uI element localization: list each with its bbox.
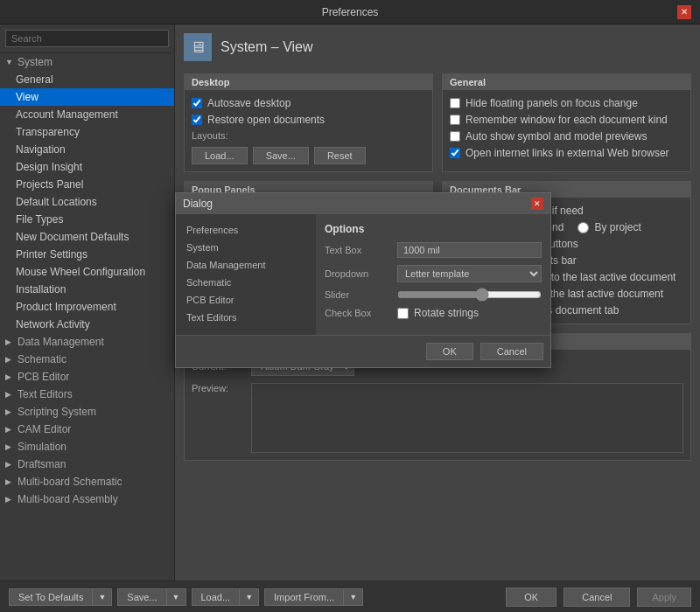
search-box	[0, 24, 174, 53]
sidebar-item-navigation[interactable]: Navigation	[0, 141, 174, 158]
dialog-item-pcb-editor[interactable]: PCB Editor	[176, 291, 316, 309]
dialog-cancel-button[interactable]: Cancel	[480, 343, 543, 360]
dialog-dropdown-select[interactable]: Letter template A4 A3	[397, 265, 542, 282]
sidebar-item-new-doc-defaults[interactable]: New Document Defaults	[0, 228, 174, 246]
restore-checkbox[interactable]	[192, 115, 202, 125]
sidebar-item-schematic[interactable]: ▶ Schematic	[0, 351, 174, 368]
bottom-cancel-button[interactable]: Cancel	[564, 588, 630, 607]
bottom-save-button[interactable]: Save...	[117, 588, 165, 606]
sidebar-item-multi-board-schematic[interactable]: ▶ Multi-board Schematic	[0, 473, 174, 490]
dialog-item-text-editors[interactable]: Text Editors	[176, 309, 316, 326]
sidebar-item-general[interactable]: General	[0, 71, 174, 88]
sidebar-item-scripting-system[interactable]: ▶ Scripting System	[0, 403, 174, 421]
layouts-label: Layouts:	[192, 130, 228, 141]
dialog-item-system[interactable]: System	[176, 239, 316, 256]
dialog-checkbox-row: Check Box Rotate strings	[325, 307, 542, 319]
bottom-save-arrow[interactable]: ▼	[166, 588, 186, 606]
sidebar-item-pcb-editor[interactable]: ▶ PCB Editor	[0, 368, 174, 386]
sidebar-item-view[interactable]: View	[0, 88, 174, 106]
dialog-slider-label: Slider	[325, 289, 390, 300]
load-dropdown: Load... ▼	[192, 588, 260, 606]
autosave-checkbox[interactable]	[192, 98, 202, 108]
import-from-arrow[interactable]: ▼	[343, 588, 363, 606]
import-from-button[interactable]: Import From...	[264, 588, 343, 606]
hide-floating-checkbox[interactable]	[450, 98, 460, 108]
expand-icon4: ▶	[5, 372, 14, 381]
expand-icon11: ▶	[5, 495, 14, 504]
dialog-textbox-row: Text Box	[325, 242, 542, 258]
remember-window-checkbox[interactable]	[450, 115, 460, 125]
dialog-textbox-label: Text Box	[325, 245, 390, 255]
by-project-radio[interactable]	[578, 222, 589, 233]
search-input[interactable]	[5, 30, 169, 47]
desktop-title: Desktop	[185, 74, 432, 90]
dialog-body: Preferences System Data Management Schem…	[176, 214, 550, 335]
bottom-load-arrow[interactable]: ▼	[239, 588, 259, 606]
save-dropdown: Save... ▼	[117, 588, 186, 606]
sidebar-item-file-types[interactable]: File Types	[0, 211, 174, 228]
close-button[interactable]: ✕	[677, 5, 691, 19]
sidebar-item-data-management[interactable]: ▶ Data Management	[0, 333, 174, 351]
sidebar-item-printer-settings[interactable]: Printer Settings	[0, 246, 174, 263]
expand-icon8: ▶	[5, 442, 14, 451]
sidebar-item-network-activity[interactable]: Network Activity	[0, 316, 174, 333]
dialog-item-data-management[interactable]: Data Management	[176, 256, 316, 274]
sidebar-item-mouse-wheel[interactable]: Mouse Wheel Configuration	[0, 263, 174, 281]
set-defaults-button[interactable]: Set To Defaults	[9, 588, 92, 606]
expand-icon6: ▶	[5, 407, 14, 416]
autosave-label: Autosave desktop	[207, 97, 290, 109]
sidebar-item-simulation[interactable]: ▶ Simulation	[0, 438, 174, 456]
hide-floating-label: Hide floating panels on focus change	[466, 97, 638, 109]
save-button[interactable]: Save...	[253, 147, 309, 164]
sidebar-item-text-editors[interactable]: ▶ Text Editors	[0, 386, 174, 403]
panel-title: System – View	[220, 39, 313, 55]
bottom-left: Set To Defaults ▼ Save... ▼ Load... ▼ Im…	[9, 588, 363, 606]
bottom-right: OK Cancel Apply	[506, 588, 691, 607]
top-sections: Desktop Autosave desktop Restore open do…	[184, 73, 691, 172]
dialog-title: Dialog	[183, 198, 213, 210]
expand-icon2: ▶	[5, 337, 14, 346]
dialog-ok-button[interactable]: OK	[426, 343, 473, 360]
sidebar-item-multi-board-assembly[interactable]: ▶ Multi-board Assembly	[0, 490, 174, 508]
dialog-slider[interactable]	[397, 289, 542, 300]
remember-window-row: Remember window for each document kind	[450, 114, 683, 126]
auto-show-checkbox[interactable]	[450, 131, 460, 142]
dialog-title-bar: Dialog ✕	[176, 193, 550, 214]
sidebar-item-projects-panel[interactable]: Projects Panel	[0, 176, 174, 193]
sidebar-item-installation[interactable]: Installation	[0, 281, 174, 298]
hide-floating-row: Hide floating panels on focus change	[450, 97, 683, 109]
layouts-btn-row: Load... Save... Reset	[192, 147, 425, 164]
open-internet-row: Open internet links in external Web brow…	[450, 147, 683, 159]
sidebar-item-design-insight[interactable]: Design Insight	[0, 158, 174, 176]
sidebar-item-cam-editor[interactable]: ▶ CAM Editor	[0, 421, 174, 438]
sidebar-item-account[interactable]: Account Management	[0, 106, 174, 123]
sidebar: ▼ System General View Account Management…	[0, 24, 175, 581]
reset-button[interactable]: Reset	[314, 147, 366, 164]
expand-icon: ▼	[5, 58, 14, 66]
expand-icon5: ▶	[5, 390, 14, 399]
dialog-slider-row: Slider	[325, 289, 542, 300]
bottom-apply-button[interactable]: Apply	[637, 588, 691, 607]
expand-icon3: ▶	[5, 355, 14, 364]
panel-header: 🖥 System – View	[184, 33, 691, 61]
dialog-textbox-input[interactable]	[397, 242, 542, 258]
dialog-rotate-checkbox[interactable]	[397, 308, 409, 319]
bottom-ok-button[interactable]: OK	[506, 588, 556, 607]
open-internet-checkbox[interactable]	[450, 148, 460, 158]
dialog-item-preferences[interactable]: Preferences	[176, 221, 316, 239]
general-section: General Hide floating panels on focus ch…	[442, 73, 691, 172]
sidebar-item-default-locations[interactable]: Default Locations	[0, 193, 174, 211]
bottom-load-button[interactable]: Load...	[192, 588, 240, 606]
sidebar-item-transparency[interactable]: Transparency	[0, 123, 174, 141]
restore-row: Restore open documents	[192, 114, 425, 126]
title-bar: Preferences ✕	[0, 0, 700, 24]
load-button[interactable]: Load...	[192, 147, 248, 164]
set-defaults-arrow[interactable]: ▼	[92, 588, 112, 606]
sidebar-item-system[interactable]: ▼ System	[0, 53, 174, 71]
sidebar-item-draftsman[interactable]: ▶ Draftsman	[0, 456, 174, 473]
dialog[interactable]: Dialog ✕ Preferences System Data Managem…	[175, 192, 551, 368]
sidebar-item-product-improvement[interactable]: Product Improvement	[0, 298, 174, 316]
bottom-bar: Set To Defaults ▼ Save... ▼ Load... ▼ Im…	[0, 581, 700, 612]
dialog-close-button[interactable]: ✕	[531, 198, 543, 210]
dialog-item-schematic[interactable]: Schematic	[176, 274, 316, 291]
